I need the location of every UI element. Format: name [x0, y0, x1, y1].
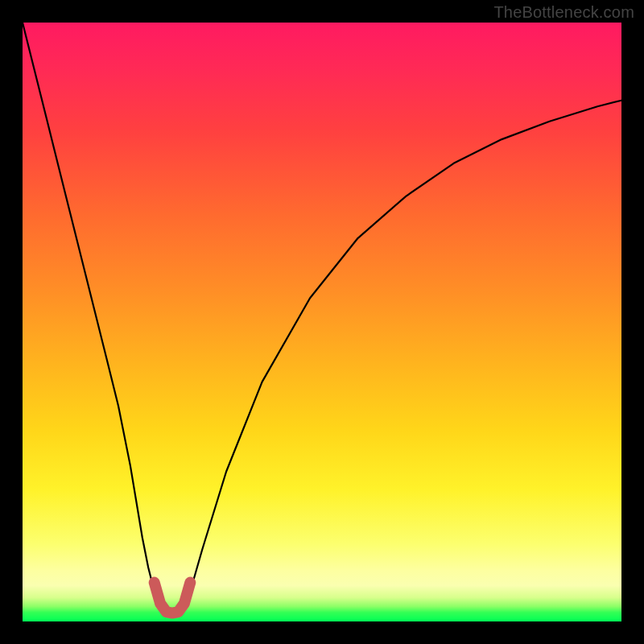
chart-frame: TheBottleneck.com	[0, 0, 644, 644]
bottleneck-curve	[23, 23, 621, 613]
curve-layer	[23, 23, 621, 621]
optimum-marker	[155, 583, 191, 613]
watermark-text: TheBottleneck.com	[493, 3, 634, 22]
plot-area	[23, 23, 621, 621]
